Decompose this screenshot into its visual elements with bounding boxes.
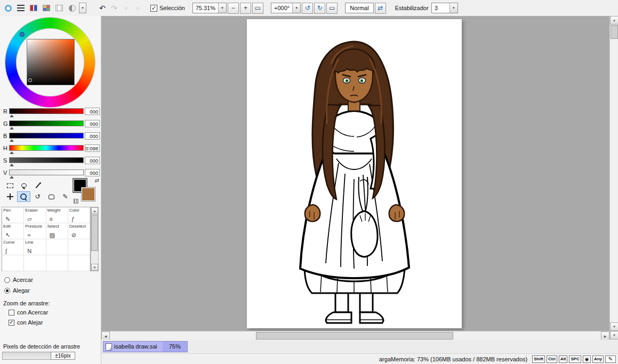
- canvas-area[interactable]: [101, 16, 609, 331]
- shift-key-indicator[interactable]: Shift: [532, 355, 545, 363]
- marquee-tool[interactable]: [3, 180, 17, 191]
- vertical-scrollbar[interactable]: ▲ ▼ ▼: [609, 16, 618, 339]
- hand-tool[interactable]: [45, 191, 58, 202]
- h-slider[interactable]: [9, 145, 84, 151]
- slider-thumb[interactable]: [10, 139, 14, 142]
- ctrl-key-indicator[interactable]: Ctrl: [547, 355, 557, 363]
- scroll-down-icon[interactable]: ▼: [610, 331, 618, 339]
- magic-wand-tool[interactable]: [31, 180, 44, 191]
- scroll-down-icon[interactable]: ▼: [91, 264, 98, 271]
- lasso-tool[interactable]: [17, 180, 30, 191]
- tool-cell-empty[interactable]: [46, 239, 68, 255]
- alt-key-indicator[interactable]: Alt: [559, 355, 568, 363]
- horizontal-scrollbar-thumb[interactable]: [256, 332, 453, 339]
- rotate-ccw-button[interactable]: ↺: [302, 3, 313, 14]
- tool-cell-empty[interactable]: [68, 239, 90, 255]
- chevron-down-icon[interactable]: ▼: [218, 3, 226, 13]
- zoom-combobox[interactable]: 75.31% ▼: [192, 3, 227, 13]
- zoom-tool[interactable]: [17, 191, 30, 202]
- slider-thumb[interactable]: [10, 176, 14, 179]
- g-value[interactable]: 000: [85, 120, 100, 127]
- horizontal-scrollbar[interactable]: ◀ ▶: [101, 331, 609, 339]
- tool-cell-pen[interactable]: Pen✎: [2, 207, 24, 223]
- v-slider[interactable]: [9, 169, 84, 175]
- secondary-color-swatch[interactable]: [82, 188, 95, 201]
- scroll-right-icon[interactable]: ▶: [601, 331, 609, 340]
- r-slider[interactable]: [9, 108, 84, 114]
- rotation-reset-button[interactable]: ▭: [326, 3, 338, 14]
- document-canvas[interactable]: [247, 19, 462, 328]
- chevron-down-icon[interactable]: ▼: [450, 3, 458, 13]
- swap-colors-icon[interactable]: ⇄: [95, 177, 99, 183]
- selection-checkbox[interactable]: ✓ Selección: [150, 5, 185, 12]
- zoom-out-button[interactable]: −: [228, 3, 239, 14]
- stabilizer-select[interactable]: 3 ▼: [431, 3, 458, 13]
- zoom-out-radio[interactable]: Alegar: [4, 287, 30, 294]
- pen-pressure-icon[interactable]: ✎: [605, 355, 616, 363]
- tool-cell-empty[interactable]: [24, 255, 46, 271]
- swatch-grid-icon[interactable]: [74, 199, 78, 204]
- tool-cell-empty[interactable]: [46, 255, 68, 271]
- hue-marker[interactable]: [20, 32, 25, 37]
- zoom-in-radio[interactable]: Acercar: [4, 277, 33, 283]
- zoom-in-button[interactable]: +: [240, 3, 251, 14]
- scrollbar-thumb[interactable]: [91, 215, 98, 251]
- tool-cell-color[interactable]: Colorƒ: [68, 207, 90, 223]
- slider-thumb[interactable]: [10, 127, 14, 130]
- h-value[interactable]: 0:098: [85, 144, 100, 152]
- tool-cell-edit[interactable]: Edit↖: [2, 223, 24, 239]
- s-slider[interactable]: [9, 157, 84, 163]
- scroll-left-icon[interactable]: ◀: [101, 331, 110, 340]
- tool-cell-curve[interactable]: Curve∫: [2, 239, 24, 255]
- space-key-indicator[interactable]: SPC: [569, 355, 581, 363]
- slider-thumb[interactable]: [10, 115, 14, 117]
- v-value[interactable]: 000: [85, 169, 100, 176]
- scroll-up-icon[interactable]: ▲: [91, 207, 98, 214]
- color-wheel-panel-icon[interactable]: [2, 2, 14, 14]
- scroll-up-icon[interactable]: ▲: [610, 16, 618, 25]
- g-slider[interactable]: [9, 120, 84, 126]
- redo-button[interactable]: ↷: [109, 3, 119, 13]
- chevron-down-icon[interactable]: ▼: [292, 3, 300, 13]
- zoom-reset-button[interactable]: ▭: [252, 3, 263, 14]
- empty-tool-slot[interactable]: [45, 180, 58, 191]
- sv-marker[interactable]: [28, 78, 32, 82]
- undo-button[interactable]: ↶: [97, 3, 108, 13]
- vertical-scrollbar-thumb[interactable]: [611, 25, 618, 39]
- rotate-canvas-tool[interactable]: ↺: [31, 191, 44, 202]
- b-slider[interactable]: [9, 133, 84, 139]
- with-zoom-out-checkbox[interactable]: ✓ con Alejar: [9, 319, 43, 326]
- slider-thumb[interactable]: [10, 164, 14, 166]
- tool-cell-select[interactable]: Select▨: [46, 223, 68, 239]
- reselect-button[interactable]: ▫: [132, 3, 143, 13]
- s-value[interactable]: 000: [85, 157, 100, 164]
- document-tab[interactable]: isabella draw.sai 75%: [103, 341, 188, 352]
- target-icon[interactable]: ◉: [583, 355, 591, 363]
- panel-menu-button[interactable]: ▼: [79, 3, 86, 13]
- saturation-value-square[interactable]: [27, 39, 75, 85]
- tool-cell-pressure[interactable]: Pressure≈: [24, 223, 46, 239]
- slider-thumb[interactable]: [10, 151, 14, 154]
- any-key-indicator[interactable]: Any: [592, 355, 604, 363]
- tool-cell-weight[interactable]: Weight≡: [46, 207, 68, 223]
- swatches-panel-icon[interactable]: [41, 2, 52, 14]
- scratchpad-panel-icon[interactable]: [66, 2, 78, 14]
- color-sliders-panel-icon[interactable]: [15, 2, 27, 14]
- rotation-combobox[interactable]: +000° ▼: [271, 3, 301, 13]
- scroll-down-icon[interactable]: ▼: [610, 322, 618, 331]
- color-mixer-panel-icon[interactable]: [28, 2, 39, 14]
- tool-grid-scrollbar[interactable]: ▲ ▼: [91, 207, 99, 271]
- drag-pixels-slider[interactable]: ±16pix: [2, 352, 75, 360]
- tool-cell-eraser[interactable]: Eraser▱: [24, 207, 46, 223]
- tool-cell-empty[interactable]: [2, 255, 24, 271]
- deselect-button[interactable]: ▫: [121, 3, 131, 13]
- tool-cell-empty[interactable]: [68, 255, 90, 271]
- b-value[interactable]: 000: [85, 132, 100, 140]
- drag-pixels-value[interactable]: ±16pix: [51, 352, 75, 360]
- custom-swatches-panel-icon[interactable]: [53, 2, 65, 14]
- empty-tool-slot[interactable]: [59, 180, 72, 191]
- eyedropper-tool[interactable]: ✎: [59, 191, 72, 202]
- rotate-cw-button[interactable]: ↻: [314, 3, 325, 14]
- tool-cell-line[interactable]: LineN: [24, 239, 46, 255]
- r-value[interactable]: 000: [85, 108, 100, 115]
